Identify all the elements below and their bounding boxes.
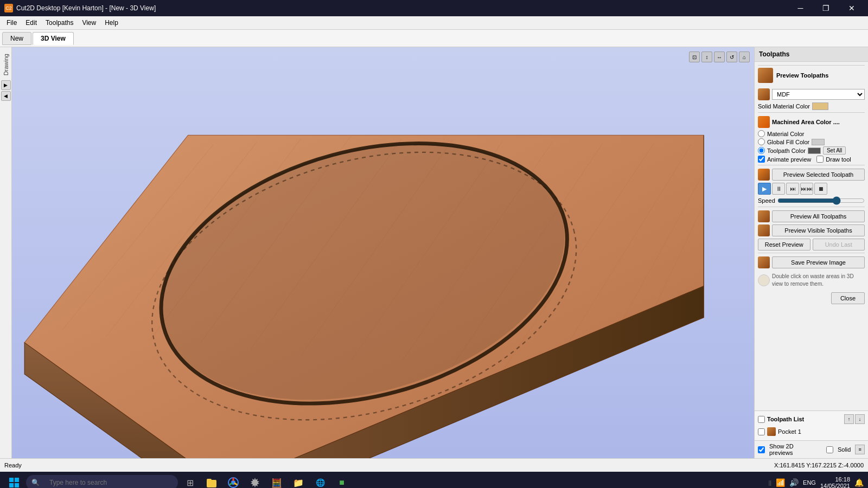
- taskbar-file-explorer[interactable]: [202, 473, 221, 488]
- minimize-button[interactable]: ─: [788, 0, 813, 16]
- set-all-button[interactable]: Set All: [823, 146, 846, 155]
- stop-button[interactable]: ⏹: [814, 183, 827, 195]
- preview-all-icon-row: Preview All Toolpaths: [758, 210, 865, 222]
- preview-all-section: Preview All Toolpaths Preview Visible To…: [758, 207, 865, 251]
- tab-new[interactable]: New: [2, 32, 31, 45]
- global-fill-swatch[interactable]: [812, 139, 825, 145]
- status-text: Ready: [4, 462, 22, 468]
- preview-toolpaths-title: Preview Toolpaths: [776, 72, 828, 79]
- right-panel-content: Preview Toolpaths MDF Solid Material Col…: [755, 62, 868, 410]
- viewport-fit-btn[interactable]: ⊡: [689, 52, 700, 62]
- taskbar-chrome[interactable]: [224, 473, 243, 488]
- taskbar-green-app[interactable]: ■: [332, 473, 352, 488]
- save-preview-section: Save Preview Image Double click on waste…: [758, 253, 865, 290]
- draw-tool-checkbox[interactable]: [816, 156, 824, 163]
- draw-tool-label: Draw tool: [826, 156, 851, 163]
- taskbar-settings[interactable]: [245, 473, 265, 488]
- toolpath-list-panel: Toolpath List ↑ ↓ Pocket 1: [755, 410, 868, 440]
- close-button[interactable]: Close: [831, 292, 865, 304]
- taskbar-search-input[interactable]: [43, 475, 173, 488]
- reset-preview-btn[interactable]: Reset Preview: [758, 239, 810, 251]
- board-svg: [12, 47, 754, 458]
- global-fill-radio-row: Global Fill Color: [758, 138, 865, 145]
- network-icon: 📶: [776, 478, 785, 487]
- svg-rect-25: [207, 479, 212, 481]
- toolpath-color-swatch[interactable]: [808, 147, 821, 154]
- preview-toolpaths-section: Preview Toolpaths: [758, 65, 865, 85]
- undo-last-btn[interactable]: Undo Last: [813, 239, 865, 251]
- toolpath-list-icon-btn-2[interactable]: ↓: [855, 414, 865, 424]
- svg-line-30: [229, 483, 232, 485]
- toolbar: New 3D View: [0, 30, 868, 47]
- taskbar: 🔍 ⊞ 🧮 📁 🌐 ■ || 📶 🔊 ENG: [0, 472, 868, 488]
- toolpaths-title: Toolpaths: [759, 50, 789, 58]
- notifications-icon[interactable]: 🔔: [854, 478, 864, 487]
- menu-toolpaths[interactable]: Toolpaths: [41, 17, 78, 28]
- solid-checkbox[interactable]: [826, 446, 833, 453]
- pocket1-icon: [767, 427, 776, 436]
- viewport-reset-btn[interactable]: ⌂: [739, 52, 750, 62]
- reset-undo-row: Reset Preview Undo Last: [758, 239, 865, 251]
- restore-button[interactable]: ❐: [814, 0, 838, 16]
- material-icon: [758, 88, 770, 100]
- taskbar-search-icon: 🔍: [31, 479, 40, 486]
- toolpath-color-radio-row: Toolpath Color Set All: [758, 146, 865, 155]
- close-button[interactable]: ✕: [839, 0, 864, 16]
- taskbar-clock[interactable]: 16:18 14/05/2021: [820, 476, 850, 488]
- right-panel: Toolpaths Preview Toolpaths MDF Solid Ma…: [754, 47, 868, 458]
- preview-all-btn[interactable]: Preview All Toolpaths: [772, 210, 865, 222]
- menu-file[interactable]: File: [2, 17, 21, 28]
- tab-3d-view[interactable]: 3D View: [33, 32, 74, 45]
- waste-area-info: Double click on waste areas in 3D view t…: [772, 273, 865, 288]
- skip-end-button[interactable]: ⏭⏭: [800, 183, 813, 195]
- speed-row: Speed: [758, 197, 865, 204]
- material-color-radio[interactable]: [758, 130, 765, 137]
- save-preview-image-btn[interactable]: Save Preview Image: [772, 256, 865, 268]
- start-button[interactable]: [4, 473, 24, 488]
- toolpath-list-icon-btn-1[interactable]: ↑: [844, 414, 854, 424]
- taskbar-files[interactable]: 📁: [289, 473, 308, 488]
- pocket1-label: Pocket 1: [778, 428, 801, 435]
- clock-date: 14/05/2021: [820, 483, 850, 488]
- speed-slider[interactable]: [777, 197, 865, 204]
- pause-button[interactable]: ⏸: [772, 183, 785, 195]
- solid-material-swatch[interactable]: [812, 102, 828, 110]
- svg-rect-24: [207, 480, 216, 487]
- drawing-tool-btn-2[interactable]: ◀: [1, 91, 11, 101]
- save-preview-icon-row: Save Preview Image: [758, 256, 865, 268]
- preview-selected-btn[interactable]: Preview Selected Toolpath: [772, 169, 865, 181]
- show-solid-row: Show 2D previews Solid ≡: [755, 440, 868, 458]
- menu-view[interactable]: View: [78, 17, 100, 28]
- preview-toolpaths-icon: [758, 68, 773, 83]
- pocket1-checkbox[interactable]: [758, 428, 765, 435]
- preview-visible-icon: [758, 224, 770, 236]
- toolpath-color-radio[interactable]: [758, 147, 765, 154]
- panel-settings-icon[interactable]: ≡: [855, 445, 865, 454]
- global-fill-radio[interactable]: [758, 138, 765, 145]
- menu-help[interactable]: Help: [100, 17, 123, 28]
- preview-visible-btn[interactable]: Preview Visible Toolpaths: [772, 224, 865, 236]
- task-view-btn[interactable]: ⊞: [180, 473, 200, 488]
- viewport-rotate-z-btn[interactable]: ↺: [726, 52, 737, 62]
- play-button[interactable]: ▶: [758, 183, 771, 195]
- material-select[interactable]: MDF: [772, 89, 865, 100]
- viewport-rotate-x-btn[interactable]: ↕: [701, 52, 712, 62]
- preview-selected-icon: [758, 169, 770, 181]
- skip-forward-button[interactable]: ⏭: [786, 183, 799, 195]
- toolpath-list-checkbox[interactable]: [758, 416, 765, 423]
- menu-edit[interactable]: Edit: [21, 17, 41, 28]
- preview-visible-icon-row: Preview Visible Toolpaths: [758, 224, 865, 236]
- show-2d-previews-checkbox[interactable]: [758, 446, 765, 453]
- drawing-tool-btn-1[interactable]: ▶: [1, 80, 11, 90]
- taskbar-browser[interactable]: 🌐: [310, 473, 330, 488]
- viewport-rotate-y-btn[interactable]: ↔: [714, 52, 725, 62]
- viewport-controls: ⊡ ↕ ↔ ↺ ⌂: [689, 52, 750, 62]
- animate-preview-checkbox[interactable]: [758, 156, 765, 163]
- material-row: MDF: [758, 88, 865, 100]
- taskbar-calc[interactable]: 🧮: [267, 473, 286, 488]
- svg-rect-23: [15, 483, 19, 487]
- status-bar: Ready X:161.8415 Y:167.2215 Z:-4.0000: [0, 458, 868, 472]
- left-drawing-panel: Drawing ▶ ◀: [0, 47, 12, 458]
- solid-label: Solid: [838, 446, 851, 453]
- viewport-3d[interactable]: ⊡ ↕ ↔ ↺ ⌂: [12, 47, 754, 458]
